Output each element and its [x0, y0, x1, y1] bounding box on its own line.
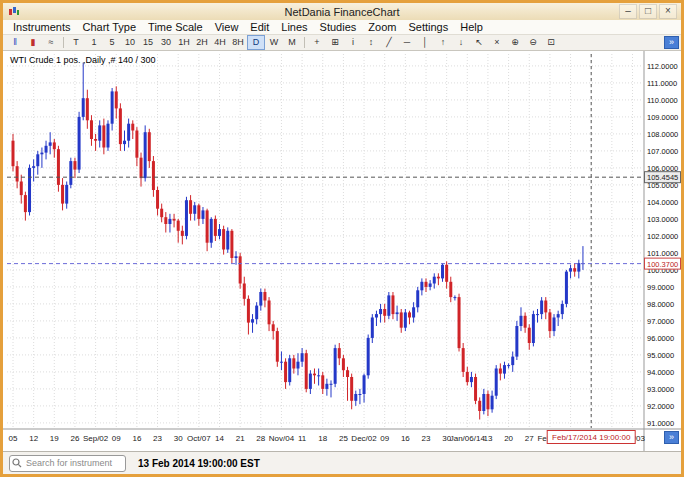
- svg-text:Feb/17/2014 19:00:00: Feb/17/2014 19:00:00: [552, 433, 631, 442]
- timeframe-t-button[interactable]: T: [67, 35, 85, 50]
- svg-text:104.0000: 104.0000: [647, 198, 678, 207]
- search-icon: [12, 458, 22, 468]
- menu-item-settings[interactable]: Settings: [402, 21, 454, 33]
- timeframe-10-button[interactable]: 10: [121, 35, 139, 50]
- svg-text:110.0000: 110.0000: [647, 96, 678, 105]
- svg-text:111.0000: 111.0000: [647, 79, 677, 88]
- arrow-up-icon[interactable]: ↑: [434, 35, 452, 50]
- toolbar-scroll-button[interactable]: »: [664, 36, 679, 49]
- menu-item-chart-type[interactable]: Chart Type: [76, 21, 142, 33]
- grid-icon[interactable]: ⊞: [326, 35, 344, 50]
- zoom-in-icon[interactable]: ⊕: [506, 35, 524, 50]
- info-icon[interactable]: i: [344, 35, 362, 50]
- menu-item-instruments[interactable]: Instruments: [7, 21, 76, 33]
- menu-item-view[interactable]: View: [209, 21, 245, 33]
- timeframe-15-button[interactable]: 15: [139, 35, 157, 50]
- svg-text:95.0000: 95.0000: [647, 351, 674, 360]
- maximize-button[interactable]: □: [639, 4, 657, 19]
- chart-scroll-latest-button[interactable]: »: [664, 431, 679, 444]
- svg-text:Oct/07: Oct/07: [187, 434, 211, 443]
- timeframe-4h-button[interactable]: 4H: [211, 35, 229, 50]
- svg-text:91.0000: 91.0000: [647, 419, 674, 428]
- ohlc-bars-icon[interactable]: ‖: [6, 35, 24, 50]
- crosshair-icon[interactable]: +: [308, 35, 326, 50]
- last-price-tag: 100.3700: [645, 258, 681, 269]
- menu-item-lines[interactable]: Lines: [275, 21, 313, 33]
- trendline-icon[interactable]: ╱: [380, 35, 398, 50]
- svg-text:97.0000: 97.0000: [647, 317, 674, 326]
- timeframe-30-button[interactable]: 30: [157, 35, 175, 50]
- svg-text:30: 30: [174, 434, 183, 443]
- timeframe-5-button[interactable]: 5: [103, 35, 121, 50]
- svg-text:100.3700: 100.3700: [647, 260, 678, 269]
- delete-drawing-icon[interactable]: ×: [488, 35, 506, 50]
- svg-text:18: 18: [318, 434, 327, 443]
- toolbar-separator: [304, 37, 305, 48]
- svg-text:13: 13: [483, 434, 492, 443]
- svg-text:14: 14: [215, 434, 224, 443]
- titlebar: NetDania FinanceChart – □ ×: [3, 3, 681, 20]
- window-controls: – □ ×: [619, 4, 677, 19]
- svg-text:09: 09: [380, 434, 389, 443]
- svg-text:23: 23: [422, 434, 431, 443]
- timeframe-1-button[interactable]: 1: [85, 35, 103, 50]
- svg-text:16: 16: [132, 434, 141, 443]
- menu-item-edit[interactable]: Edit: [244, 21, 275, 33]
- svg-text:96.0000: 96.0000: [647, 334, 674, 343]
- arrow-down-icon[interactable]: ↓: [452, 35, 470, 50]
- menu-item-studies[interactable]: Studies: [314, 21, 363, 33]
- timeframe-d-button[interactable]: D: [247, 35, 265, 50]
- svg-text:105.4545: 105.4545: [647, 173, 678, 182]
- svg-text:93.0000: 93.0000: [647, 385, 674, 394]
- app-icon: [8, 6, 20, 17]
- svg-text:Nov/04: Nov/04: [269, 434, 295, 443]
- svg-text:26: 26: [70, 434, 79, 443]
- svg-text:16: 16: [401, 434, 410, 443]
- menu-item-help[interactable]: Help: [454, 21, 489, 33]
- svg-text:108.0000: 108.0000: [647, 130, 678, 139]
- chart-background: [3, 51, 681, 451]
- print-icon[interactable]: ⊡: [542, 35, 560, 50]
- svg-text:27: 27: [525, 434, 534, 443]
- svg-text:112.0000: 112.0000: [647, 62, 678, 71]
- svg-text:101.0000: 101.0000: [647, 249, 678, 258]
- statusbar: 13 Feb 2014 19:00:00 EST: [3, 451, 681, 474]
- pointer-icon[interactable]: ↖: [470, 35, 488, 50]
- vertical-line-icon[interactable]: │: [416, 35, 434, 50]
- svg-text:05: 05: [9, 434, 18, 443]
- candlestick-icon[interactable]: ▮: [24, 35, 42, 50]
- cursor-date-tag: Feb/17/2014 19:00:00: [547, 431, 635, 444]
- zoom-out-icon[interactable]: ⊖: [524, 35, 542, 50]
- svg-text:23: 23: [153, 434, 162, 443]
- svg-text:19: 19: [50, 434, 59, 443]
- svg-text:103.0000: 103.0000: [647, 215, 678, 224]
- toolbar: ‖▮≈T151015301H2H4H8HDWM+⊞i↕╱─│↑↓↖×⊕⊖⊡: [3, 35, 681, 51]
- line-chart-icon[interactable]: ≈: [42, 35, 60, 50]
- svg-text:Dec/02: Dec/02: [351, 434, 377, 443]
- svg-text:WTI Crude 1 pos. ,Daily ,# 140: WTI Crude 1 pos. ,Daily ,# 140 / 300: [10, 55, 156, 65]
- svg-text:107.0000: 107.0000: [647, 147, 678, 156]
- menu-item-zoom[interactable]: Zoom: [362, 21, 402, 33]
- timeframe-2h-button[interactable]: 2H: [193, 35, 211, 50]
- scale-icon[interactable]: ↕: [362, 35, 380, 50]
- search-input[interactable]: [9, 455, 126, 472]
- horizontal-line-icon[interactable]: ─: [398, 35, 416, 50]
- svg-text:12: 12: [29, 434, 38, 443]
- search-box: [9, 455, 126, 472]
- close-button[interactable]: ×: [659, 4, 677, 19]
- timeframe-m-button[interactable]: M: [283, 35, 301, 50]
- svg-text:102.0000: 102.0000: [647, 232, 678, 241]
- menu-item-time-scale[interactable]: Time Scale: [142, 21, 209, 33]
- svg-text:98.0000: 98.0000: [647, 300, 674, 309]
- timeframe-1h-button[interactable]: 1H: [175, 35, 193, 50]
- minimize-button[interactable]: –: [619, 4, 637, 19]
- timeframe-w-button[interactable]: W: [265, 35, 283, 50]
- svg-text:11: 11: [298, 434, 307, 443]
- toolbar-separator: [63, 37, 64, 48]
- price-chart[interactable]: 112.0000111.0000110.0000109.0000108.0000…: [3, 51, 681, 451]
- svg-text:25: 25: [339, 434, 348, 443]
- timeframe-8h-button[interactable]: 8H: [229, 35, 247, 50]
- svg-text:92.0000: 92.0000: [647, 402, 674, 411]
- window-title: NetDania FinanceChart: [3, 6, 681, 18]
- svg-text:28: 28: [256, 434, 265, 443]
